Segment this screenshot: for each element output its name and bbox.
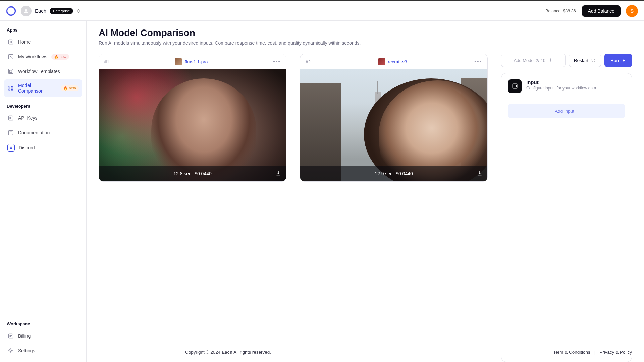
result-time: 12.9 sec — [375, 171, 392, 176]
svg-point-1 — [6, 6, 16, 16]
play-icon — [622, 58, 626, 63]
fire-icon: 🔥 — [54, 55, 59, 59]
billing-icon — [7, 333, 14, 339]
documentation-icon — [7, 129, 14, 136]
svg-point-11 — [10, 148, 11, 148]
result-stats-bar: 12.9 sec $0.0440 — [300, 166, 487, 181]
sidebar-item-label: Model Comparison — [18, 83, 57, 94]
sidebar-item-discord[interactable]: Discord — [4, 141, 82, 155]
result-cost: $0.0440 — [195, 171, 212, 176]
workspace-avatar[interactable] — [21, 6, 32, 16]
sidebar-item-label: My Workflows — [18, 54, 47, 59]
model-selector[interactable]: recraft-v3 — [311, 58, 474, 65]
workspace-switcher-icon[interactable] — [76, 9, 80, 13]
model-name: recraft-v3 — [388, 59, 407, 64]
card-header: #1 flux-1.1-pro ••• — [99, 54, 286, 69]
svg-point-9 — [10, 117, 11, 118]
footer-terms-link[interactable]: Term & Conditions — [553, 350, 590, 355]
sidebar-item-label: Discord — [19, 145, 35, 150]
settings-icon — [7, 347, 14, 354]
result-time: 12.8 sec — [173, 171, 191, 176]
fire-icon: 🔥 — [63, 86, 68, 90]
sidebar-item-workflow-templates[interactable]: Workflow Templates — [4, 65, 82, 78]
sidebar-item-label: Settings — [18, 348, 35, 353]
page-subtitle: Run AI models simultaneously with your d… — [99, 40, 632, 46]
add-model-label: Add Model 2/ 10 — [514, 58, 546, 63]
svg-point-4 — [10, 41, 12, 43]
model-thumbnail-icon — [175, 58, 182, 65]
main-content: AI Model Comparison Run AI models simult… — [87, 21, 644, 362]
user-avatar[interactable]: S — [626, 5, 638, 17]
svg-rect-3 — [8, 40, 13, 44]
sidebar-item-label: Documentation — [18, 130, 50, 135]
app-logo — [6, 6, 16, 16]
sidebar-item-label: Home — [18, 39, 31, 45]
restart-label: Restart — [574, 58, 589, 63]
card-menu-icon[interactable]: ••• — [273, 59, 281, 65]
add-input-button[interactable]: Add Input + — [508, 104, 625, 118]
home-icon — [7, 39, 14, 45]
app-header: Each Enterprise Balance: $88.36 Add Bala… — [0, 0, 644, 21]
restart-icon — [591, 58, 596, 63]
run-label: Run — [610, 58, 619, 63]
input-title: Input — [526, 79, 596, 85]
svg-rect-6 — [8, 69, 13, 73]
model-name: flux-1.1-pro — [185, 59, 208, 64]
key-icon — [7, 115, 14, 121]
discord-icon — [7, 144, 15, 152]
svg-rect-7 — [10, 70, 12, 73]
sidebar-item-billing[interactable]: Billing — [4, 329, 82, 343]
footer: Copyright © 2024 Each All rights reserve… — [173, 342, 644, 362]
result-image: 12.8 sec $0.0440 — [99, 69, 286, 181]
sidebar-item-settings[interactable]: Settings — [4, 344, 82, 357]
sidebar-section-developers: Developers — [4, 102, 82, 110]
sidebar-item-api-keys[interactable]: API Keys — [4, 111, 82, 125]
add-model-button[interactable]: Add Model 2/ 10 — [501, 54, 566, 67]
new-badge: 🔥new — [51, 54, 69, 60]
balance-label: Balance: $88.36 — [545, 9, 576, 13]
comparison-icon — [7, 85, 14, 92]
input-card: Input Configure inputs for your workflow… — [501, 73, 632, 362]
restart-button[interactable]: Restart — [569, 54, 601, 67]
plan-badge: Enterprise — [50, 8, 73, 14]
sidebar-item-label: Workflow Templates — [18, 69, 60, 74]
input-icon — [508, 79, 522, 93]
page-title: AI Model Comparison — [99, 27, 632, 38]
model-thumbnail-icon — [378, 58, 385, 65]
model-selector[interactable]: flux-1.1-pro — [109, 58, 273, 65]
svg-point-14 — [10, 350, 12, 352]
add-balance-button[interactable]: Add Balance — [582, 5, 621, 17]
footer-privacy-link[interactable]: Privacy & Policy — [599, 350, 632, 355]
plus-icon — [549, 58, 553, 63]
sidebar-item-model-comparison[interactable]: Model Comparison 🔥beta — [4, 79, 82, 97]
sidebar-item-label: Billing — [18, 333, 31, 339]
card-menu-icon[interactable]: ••• — [474, 59, 482, 65]
sidebar-section-workspace: Workspace — [4, 319, 82, 328]
svg-point-12 — [11, 148, 12, 148]
svg-rect-13 — [8, 334, 13, 338]
sidebar: Apps Home My Workflows 🔥new Workflow Tem… — [0, 21, 87, 362]
workspace-name: Each — [35, 8, 46, 14]
sidebar-item-label: API Keys — [18, 115, 38, 121]
result-cost: $0.0440 — [396, 171, 413, 176]
templates-icon — [7, 68, 14, 75]
sidebar-item-my-workflows[interactable]: My Workflows 🔥new — [4, 50, 82, 63]
svg-point-2 — [25, 9, 27, 11]
result-image: 12.9 sec $0.0440 — [300, 69, 487, 181]
download-icon[interactable] — [275, 170, 281, 177]
sidebar-item-documentation[interactable]: Documentation — [4, 126, 82, 139]
input-subtitle: Configure inputs for your workflow data — [526, 86, 596, 90]
run-button[interactable]: Run — [604, 54, 632, 67]
card-header: #2 recraft-v3 ••• — [300, 54, 487, 69]
footer-separator: | — [594, 350, 596, 355]
result-stats-bar: 12.8 sec $0.0440 — [99, 166, 286, 181]
model-card: #2 recraft-v3 ••• — [300, 54, 488, 182]
footer-copyright: Copyright © 2024 Each All rights reserve… — [185, 350, 271, 355]
card-index: #1 — [104, 59, 109, 64]
download-icon[interactable] — [477, 170, 483, 177]
model-card: #1 flux-1.1-pro ••• 12.8 sec — [99, 54, 286, 182]
card-index: #2 — [306, 59, 311, 64]
right-panel: Add Model 2/ 10 Restart Run — [501, 54, 632, 362]
sidebar-item-home[interactable]: Home — [4, 35, 82, 49]
workflows-icon — [7, 53, 14, 60]
